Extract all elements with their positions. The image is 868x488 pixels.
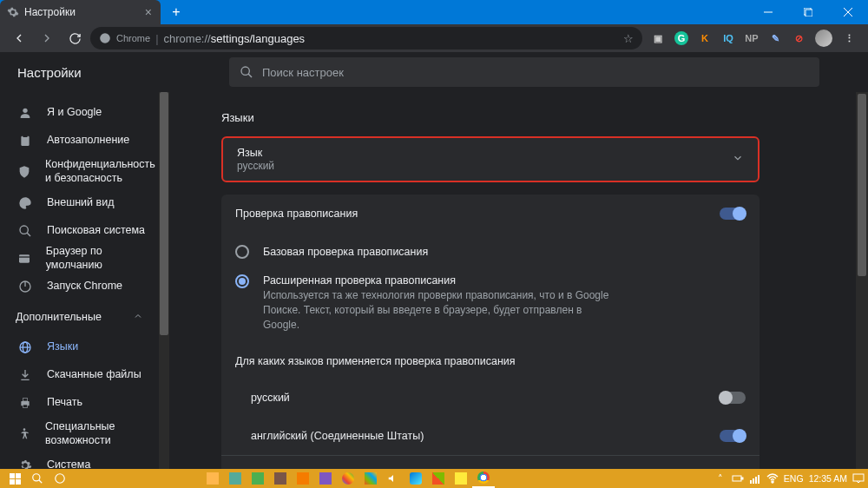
palette-icon — [17, 196, 33, 210]
spellcheck-enhanced-row[interactable]: Расширенная проверка правописания Исполь… — [221, 271, 760, 340]
customize-spellcheck-row[interactable]: Настроить проверку правописания — [221, 455, 760, 469]
spellcheck-lang-toggle[interactable] — [720, 392, 746, 404]
svg-rect-2 — [806, 10, 812, 16]
back-button[interactable] — [7, 26, 31, 50]
taskbar-app-icon[interactable] — [404, 469, 427, 488]
svg-point-5 — [100, 33, 110, 43]
maximize-button[interactable] — [788, 0, 828, 24]
taskbar-app-icon[interactable] — [247, 469, 269, 488]
tray-time[interactable]: 12:35 AM — [809, 473, 847, 484]
spellcheck-langs-label: Для каких языков применяется проверка пр… — [235, 355, 516, 367]
sidebar-item-default-browser[interactable]: Браузер по умолчанию — [0, 245, 154, 273]
sidebar-item-autofill[interactable]: Автозаполнение — [0, 127, 154, 155]
tray-wifi-icon[interactable] — [766, 472, 779, 485]
svg-line-7 — [248, 74, 252, 77]
extension-block-icon[interactable]: ⊘ — [792, 31, 806, 45]
svg-rect-10 — [23, 135, 27, 137]
gear-icon — [17, 458, 33, 469]
reload-button[interactable] — [62, 26, 87, 50]
tray-notifications-icon[interactable] — [852, 472, 865, 485]
taskbar-chrome-active[interactable] — [472, 469, 495, 488]
tray-network-icon[interactable] — [749, 472, 761, 485]
search-button[interactable] — [26, 469, 49, 488]
menu-icon[interactable]: ⋮ — [842, 31, 856, 45]
tray-chevron-icon[interactable]: ˄ — [714, 472, 727, 485]
spellcheck-langs-header: Для каких языков применяется проверка пр… — [221, 340, 760, 379]
spellcheck-lang-name: русский — [251, 392, 290, 404]
search-placeholder: Поиск настроек — [262, 66, 344, 79]
settings-main: Языки Язык русский Проверка правописания — [169, 92, 868, 469]
secure-label: Chrome — [116, 33, 150, 43]
cortana-button[interactable] — [49, 469, 71, 488]
svg-rect-35 — [755, 477, 757, 484]
sidebar-item-appearance[interactable]: Внешний вид — [0, 189, 154, 217]
taskbar-app-icon[interactable] — [427, 469, 450, 488]
extension-grammarly-icon[interactable]: G — [674, 31, 688, 45]
window-controls — [748, 0, 868, 24]
close-window-button[interactable] — [828, 0, 868, 24]
settings-header: Настройки Поиск настроек — [0, 52, 868, 92]
extension-k-icon[interactable]: K — [698, 31, 712, 45]
settings-page: Настройки Поиск настроек Я и Google Авто… — [0, 52, 868, 469]
search-input[interactable]: Поиск настроек — [229, 57, 819, 87]
main-scrollbar[interactable] — [856, 92, 868, 469]
spellcheck-card: Проверка правописания Базовая проверка п… — [221, 195, 760, 469]
taskbar-app-icon[interactable] — [201, 469, 224, 488]
language-row[interactable]: Язык русский — [223, 138, 758, 181]
language-row-value: русский — [237, 160, 274, 172]
minimize-button[interactable] — [748, 0, 788, 24]
chevron-down-icon — [732, 152, 744, 168]
sidebar-item-print[interactable]: Печать — [0, 389, 154, 417]
extension-camera-icon[interactable]: ▣ — [651, 31, 665, 45]
spellcheck-toggle-row: Проверка правописания — [221, 195, 760, 233]
sidebar-item-accessibility[interactable]: Специальные возможности — [0, 417, 154, 452]
svg-rect-24 — [10, 473, 15, 478]
tray-language[interactable]: ENG — [784, 473, 804, 484]
tray-battery-icon[interactable] — [732, 472, 744, 485]
sidebar-item-startup[interactable]: Запуск Chrome — [0, 273, 154, 300]
extension-pencil-icon[interactable]: ✎ — [768, 31, 782, 45]
start-button[interactable] — [3, 469, 26, 488]
shield-icon — [17, 165, 31, 179]
taskbar-app-icon[interactable] — [450, 469, 472, 488]
forward-button[interactable] — [35, 26, 59, 50]
search-icon — [17, 224, 33, 238]
taskbar-app-icon[interactable] — [269, 469, 292, 488]
sidebar-scrollbar[interactable] — [159, 92, 169, 469]
sidebar-item-languages[interactable]: Языки — [0, 333, 154, 361]
taskbar-app-icon[interactable] — [314, 469, 337, 488]
taskbar-app-icon[interactable] — [382, 469, 404, 488]
new-tab-button[interactable]: + — [164, 3, 188, 22]
sidebar-item-system[interactable]: Система — [0, 452, 154, 469]
globe-icon — [17, 340, 33, 354]
sidebar-item-you-and-google[interactable]: Я и Google — [0, 99, 154, 127]
url-field[interactable]: Chrome | chrome://settings/languages ☆ — [90, 27, 642, 49]
close-tab-icon[interactable]: × — [145, 5, 152, 19]
profile-avatar[interactable] — [815, 30, 832, 47]
radio-enhanced-desc: Используется та же технология проверки п… — [263, 288, 610, 332]
svg-rect-26 — [10, 479, 15, 485]
sidebar-item-privacy[interactable]: Конфиденциальность и безопасность — [0, 155, 154, 189]
page-title: Настройки — [17, 65, 229, 80]
sidebar-advanced-toggle[interactable]: Дополнительные — [0, 300, 159, 333]
sidebar-item-downloads[interactable]: Скачанные файлы — [0, 361, 154, 389]
section-title-languages: Языки — [221, 111, 760, 124]
taskbar-app-icon[interactable] — [337, 469, 359, 488]
spellcheck-lang-toggle[interactable] — [720, 430, 746, 442]
extension-icons: ▣ G K IQ NP ✎ ⊘ ⋮ — [646, 30, 861, 47]
extension-np-icon[interactable]: NP — [745, 31, 759, 45]
taskbar-app-icon[interactable] — [359, 469, 382, 488]
sidebar-item-search[interactable]: Поисковая система — [0, 217, 154, 245]
printer-icon — [17, 396, 33, 410]
taskbar-app-icon[interactable] — [224, 469, 247, 488]
spellcheck-basic-row[interactable]: Базовая проверка правописания — [221, 233, 760, 271]
browser-tab[interactable]: Настройки × — [0, 0, 161, 24]
svg-point-30 — [56, 474, 65, 484]
svg-point-8 — [23, 109, 27, 113]
spellcheck-toggle[interactable] — [720, 208, 746, 220]
language-card: Язык русский — [221, 136, 760, 182]
extension-iq-icon[interactable]: IQ — [721, 31, 735, 45]
bookmark-star-icon[interactable]: ☆ — [623, 32, 634, 45]
taskbar-app-icon[interactable] — [292, 469, 314, 488]
svg-point-6 — [241, 67, 249, 75]
